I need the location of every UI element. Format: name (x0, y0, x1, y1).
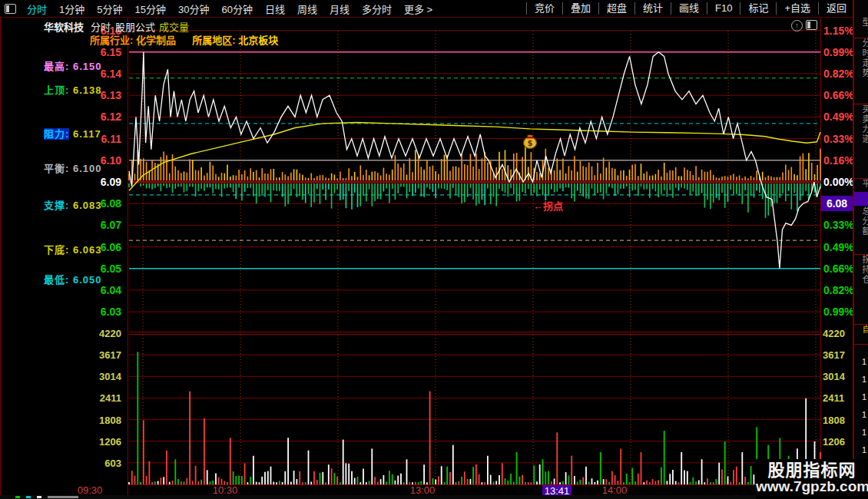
percent-axis-label: 1.15% (823, 25, 854, 37)
level-label: 最低: 6.050 (44, 272, 102, 286)
volume-axis-label-right: 1206 (823, 436, 845, 448)
volume-axis-label-right: 1808 (823, 415, 845, 426)
sidebar-fragment-text: 拐持仓 (862, 255, 868, 324)
tool-menu: 竞价叠加超盘统计画线F10标记+自选返回 (526, 0, 854, 17)
sidebar-fragment-text: 自 (862, 325, 868, 344)
percent-axis-label: 0.49% (823, 111, 854, 123)
level-value: 6.150 (69, 61, 101, 72)
sidebar-list-number: 1 (854, 424, 868, 441)
statusbar-mark (37, 496, 41, 498)
tab-period-8[interactable]: 月线 (323, 2, 356, 16)
current-price-badge: 6.08 (821, 196, 853, 211)
industry-value: 化学制品 (136, 35, 176, 46)
money-bag-icon: $ (524, 135, 537, 149)
volume-axis-label-left: 603 (75, 458, 121, 469)
chart-period-label[interactable]: 分时 (91, 19, 111, 34)
sidebar-fragment-text: 分时走势 (862, 38, 868, 104)
tab-period-5[interactable]: 60分钟 (215, 2, 258, 16)
watermark: 股朋指标网 www.7gpzb.com (756, 459, 868, 499)
menu-tool-7[interactable]: +自选 (776, 2, 818, 15)
menu-tool-1[interactable]: 叠加 (562, 2, 598, 15)
sidebar-highlight (854, 192, 868, 206)
split-panel-icon[interactable] (806, 20, 817, 30)
menu-tool-2[interactable]: 超盘 (598, 2, 634, 15)
indicator-label[interactable]: 成交量 (159, 19, 189, 34)
sidebar-tab-fragment[interactable]: 型 (854, 18, 868, 38)
level-name: 上顶: (44, 84, 69, 96)
sidebar-tab-fragment[interactable]: 总分额 (854, 207, 868, 255)
level-value: 6.050 (69, 274, 101, 286)
level-name: 阻力: (44, 128, 69, 140)
percent-axis-label: 0.99% (823, 46, 854, 58)
statusbar-mark (48, 496, 78, 498)
percent-axis-label: 0.82% (823, 68, 854, 80)
tab-period-2[interactable]: 5分钟 (91, 2, 128, 16)
collapsed-quote-sidebar[interactable]: 型分时走势买卖力道平总分额拐持仓自1111111 (853, 0, 868, 495)
level-name: 支撑: (44, 200, 69, 211)
menu-tool-4[interactable]: 画线 (671, 2, 707, 15)
sidebar-list-number: 1 (854, 441, 868, 459)
tab-period-6[interactable]: 日线 (259, 2, 291, 16)
period-tabs: 分时1分钟5分钟15分钟30分钟60分钟日线周线月线多分时更多 > (21, 2, 439, 16)
tab-period-1[interactable]: 1分钟 (53, 2, 91, 16)
percent-axis-label: 0.99% (823, 306, 854, 318)
volume-axis-label-right: 3617 (823, 349, 845, 361)
level-value: 6.063 (69, 244, 101, 256)
menu-tool-5[interactable]: F10 (707, 2, 740, 15)
sidebar-tab-fragment[interactable]: 自 (854, 325, 868, 345)
sidebar-list-number: 1 (854, 388, 868, 406)
level-label: 阻力: 6.117 (44, 126, 101, 140)
percent-axis-label: 0.49% (823, 241, 854, 253)
volume-axis-label-right: 3014 (823, 371, 845, 382)
tab-period-0[interactable]: 分时 (21, 2, 53, 16)
expand-up-icon[interactable]: ↑ (791, 20, 803, 31)
percent-axis-label: 0.33% (823, 133, 854, 145)
tab-period-7[interactable]: 周线 (291, 2, 323, 16)
tab-period-4[interactable]: 30分钟 (172, 2, 215, 16)
time-axis-label: 10:30 (210, 484, 240, 496)
sidebar-tab-fragment[interactable]: 平 (854, 179, 868, 193)
volume-axis-label-left: 3014 (75, 371, 121, 382)
price-axis-label: 6.09 (74, 176, 121, 188)
area-value: 北京板块 (238, 35, 278, 46)
menu-tool-3[interactable]: 统计 (634, 2, 671, 15)
panel-toggle-icon[interactable] (5, 4, 16, 14)
level-value: 6.100 (69, 163, 101, 174)
sidebar-tab-fragment[interactable]: 买卖力道 (854, 104, 868, 179)
menu-tool-8[interactable]: 返回 (818, 2, 854, 15)
svg-text:$: $ (528, 139, 533, 147)
level-value: 6.117 (69, 128, 101, 140)
percent-axis-label: 0.00% (823, 176, 854, 188)
sidebar-tab-fragment[interactable]: 拐持仓 (854, 255, 868, 325)
volume-axis-label-left: 2411 (75, 392, 121, 404)
menu-tool-6[interactable]: 标记 (740, 2, 776, 15)
tab-period-9[interactable]: 多分时 (356, 2, 398, 16)
formula-label[interactable]: 股朋公式 (115, 19, 155, 34)
percent-axis-label: 0.82% (823, 284, 854, 296)
volume-axis-label-left: 3617 (75, 349, 121, 361)
period-menubar: 分时1分钟5分钟15分钟30分钟60分钟日线周线月线多分时更多 > 竞价叠加超盘… (0, 0, 854, 18)
sidebar-fragment-text: 型 (862, 18, 868, 38)
sidebar-tab-fragment[interactable]: 分时走势 (854, 38, 868, 104)
statusbar-mark (26, 496, 31, 498)
sidebar-fragment-text: 总分额 (862, 207, 868, 254)
time-axis-label: 13:00 (407, 484, 438, 496)
watermark-site-name: 股朋指标网 (756, 461, 868, 479)
percent-axis-label: 0.33% (823, 219, 854, 231)
trading-app-window: $ 分时1分钟5分钟15分钟30分钟60分钟日线周线月线多分时更多 > 竞价叠加… (0, 0, 868, 499)
tab-period-10[interactable]: 更多 > (398, 2, 439, 16)
percent-axis-label: 0.66% (823, 263, 854, 275)
statusbar-edge (0, 495, 868, 499)
percent-axis-label: 0.66% (823, 89, 854, 101)
stock-name[interactable]: 华软科技 (44, 19, 84, 34)
time-axis-label: 09:30 (75, 484, 105, 496)
sidebar-list-number: 1 (854, 371, 868, 388)
volume-axis-label-right: 2411 (823, 392, 844, 404)
level-name: 最高: (44, 61, 69, 72)
sidebar-list-number: 1 (854, 406, 868, 424)
volume-axis-label-left: 1808 (75, 415, 121, 426)
volume-axis-label-left: 4220 (75, 328, 121, 339)
menu-tool-0[interactable]: 竞价 (526, 2, 562, 15)
tab-period-3[interactable]: 15分钟 (128, 2, 171, 16)
inflection-annotation: ←拐点 (533, 198, 563, 213)
